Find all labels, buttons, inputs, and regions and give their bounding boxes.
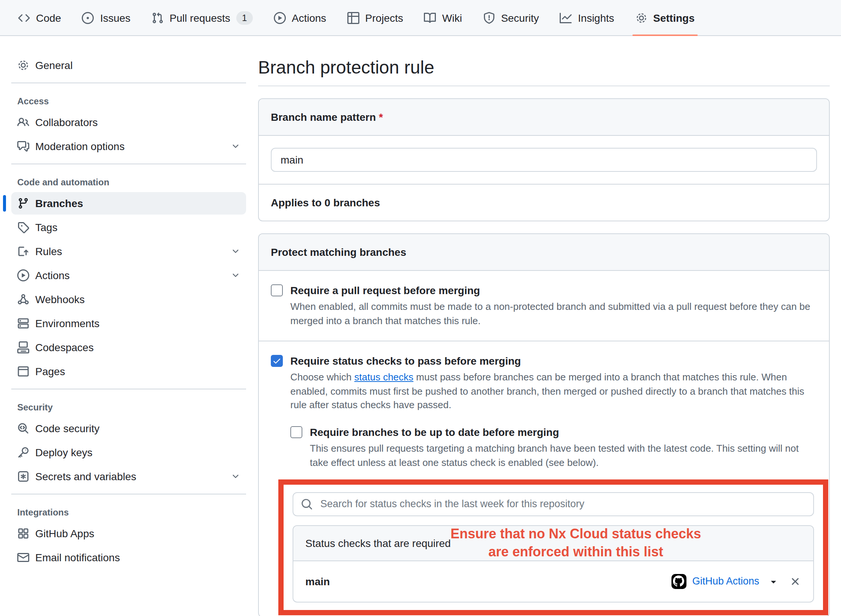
status-check-name: main <box>305 575 330 587</box>
sidebar-item-label: Actions <box>35 269 225 281</box>
page-title: Branch protection rule <box>258 57 830 86</box>
require-status-checks-checkbox[interactable] <box>271 355 283 367</box>
sidebar-section-header-integrations: Integrations <box>11 500 246 522</box>
tab-label: Insights <box>578 12 614 24</box>
tab-security[interactable]: Security <box>473 0 550 35</box>
sidebar-item-label: Email notifications <box>35 551 240 563</box>
sidebar-item-label: Environments <box>35 317 240 329</box>
tab-projects[interactable]: Projects <box>337 0 414 35</box>
status-checks-search-input[interactable] <box>319 498 806 511</box>
required-status-checks-header-label: Status checks that are required <box>305 537 451 549</box>
sidebar-divider <box>11 494 246 494</box>
webhook-icon <box>17 293 29 305</box>
remove-status-check-icon[interactable] <box>789 575 801 587</box>
branch-name-pattern-header-label: Branch name pattern <box>271 111 376 123</box>
tab-pull-requests[interactable]: Pull requests 1 <box>141 0 263 35</box>
require-pr-section: Require a pull request before merging Wh… <box>259 271 829 341</box>
sidebar-item-label: Secrets and variables <box>35 470 225 482</box>
sidebar-item-moderation-options[interactable]: Moderation options <box>11 135 246 158</box>
key-icon <box>17 446 29 458</box>
github-settings-page: Code Issues Pull requests 1 Actions Proj… <box>0 0 841 616</box>
description-text: Choose which <box>290 371 354 382</box>
comment-discussion-icon <box>17 140 29 152</box>
tab-label: Wiki <box>442 12 462 24</box>
sidebar-item-pages[interactable]: Pages <box>11 360 246 383</box>
sidebar-item-secrets-variables[interactable]: Secrets and variables <box>11 465 246 488</box>
sidebar-item-label: Branches <box>35 197 240 209</box>
repo-nav: Code Issues Pull requests 1 Actions Proj… <box>0 0 841 36</box>
tab-label: Issues <box>100 12 131 24</box>
status-checks-search-field <box>293 492 814 516</box>
sidebar-item-code-security[interactable]: Code security <box>11 417 246 440</box>
github-actions-link[interactable]: GitHub Actions <box>692 576 759 587</box>
require-pr-checkbox[interactable] <box>271 284 283 296</box>
required-status-checks-header: Status checks that are required Ensure t… <box>293 526 813 561</box>
browser-icon <box>17 365 29 377</box>
code-scan-icon <box>17 422 29 434</box>
sidebar-item-label: Collaborators <box>35 116 240 128</box>
tab-label: Projects <box>365 12 403 24</box>
sidebar-item-deploy-keys[interactable]: Deploy keys <box>11 441 246 464</box>
sidebar-item-codespaces[interactable]: Codespaces <box>11 336 246 359</box>
tag-icon <box>17 221 29 233</box>
sidebar-item-actions[interactable]: Actions <box>11 264 246 287</box>
sidebar-item-label: Pages <box>35 365 240 377</box>
chevron-down-icon <box>231 247 240 256</box>
sidebar-item-label: Tags <box>35 221 240 233</box>
nested-options: Require branches to be up to date before… <box>290 425 817 615</box>
pull-requests-counter: 1 <box>236 11 253 24</box>
caret-down-icon[interactable] <box>768 576 779 587</box>
branch-name-pattern-header: Branch name pattern* <box>259 99 829 136</box>
play-icon <box>17 269 29 281</box>
required-status-checks-box: Status checks that are required Ensure t… <box>293 525 814 602</box>
git-pull-request-icon <box>152 12 164 24</box>
status-checks-link[interactable]: status checks <box>354 371 414 382</box>
tab-settings[interactable]: Settings <box>625 0 705 35</box>
shield-icon <box>483 12 495 24</box>
sidebar-item-environments[interactable]: Environments <box>11 312 246 335</box>
require-status-checks-label[interactable]: Require status checks to pass before mer… <box>290 353 521 368</box>
people-icon <box>17 116 29 128</box>
tab-label: Actions <box>292 12 326 24</box>
sidebar-item-tags[interactable]: Tags <box>11 216 246 239</box>
up-to-date-description: This ensures pull requests targeting a m… <box>310 442 817 470</box>
tab-actions[interactable]: Actions <box>263 0 337 35</box>
apps-icon <box>17 527 29 539</box>
server-icon <box>17 317 29 329</box>
sidebar-item-general[interactable]: General <box>11 54 246 77</box>
sidebar-divider <box>11 83 246 83</box>
tab-label: Security <box>501 12 539 24</box>
up-to-date-checkbox[interactable] <box>290 426 302 438</box>
require-pr-description: When enabled, all commits must be made t… <box>290 300 817 328</box>
sidebar-item-email-notifications[interactable]: Email notifications <box>11 546 246 569</box>
tab-insights[interactable]: Insights <box>550 0 625 35</box>
status-check-row: main GitHub Actions <box>293 561 813 602</box>
tab-code[interactable]: Code <box>8 0 72 35</box>
require-status-checks-section: Require status checks to pass before mer… <box>259 341 829 616</box>
search-icon <box>301 498 313 510</box>
require-pr-label[interactable]: Require a pull request before merging <box>290 283 480 298</box>
play-icon <box>274 12 286 24</box>
git-branch-icon <box>17 197 29 209</box>
tab-label: Code <box>36 12 61 24</box>
sidebar-item-rules[interactable]: Rules <box>11 240 246 263</box>
rules-icon <box>17 245 29 257</box>
chevron-down-icon <box>231 472 240 481</box>
sidebar-item-branches[interactable]: Branches <box>11 192 246 215</box>
require-status-checks-description: Choose which status checks must pass bef… <box>290 370 817 413</box>
sidebar-divider <box>11 389 246 389</box>
sidebar-item-label: General <box>35 59 240 71</box>
chevron-down-icon <box>231 271 240 280</box>
sidebar-item-github-apps[interactable]: GitHub Apps <box>11 522 246 545</box>
branch-name-pattern-input[interactable] <box>271 148 817 172</box>
sidebar-item-collaborators[interactable]: Collaborators <box>11 111 246 134</box>
up-to-date-label[interactable]: Require branches to be up to date before… <box>310 425 559 440</box>
graph-icon <box>560 12 572 24</box>
tab-label: Settings <box>653 12 694 24</box>
sidebar-section-header-code-automation: Code and automation <box>11 170 246 192</box>
tab-issues[interactable]: Issues <box>72 0 141 35</box>
sidebar-item-webhooks[interactable]: Webhooks <box>11 288 246 311</box>
tab-wiki[interactable]: Wiki <box>414 0 473 35</box>
protect-matching-branches-card: Protect matching branches Require a pull… <box>258 233 830 616</box>
branch-name-pattern-card: Branch name pattern* Applies to 0 branch… <box>258 98 830 221</box>
